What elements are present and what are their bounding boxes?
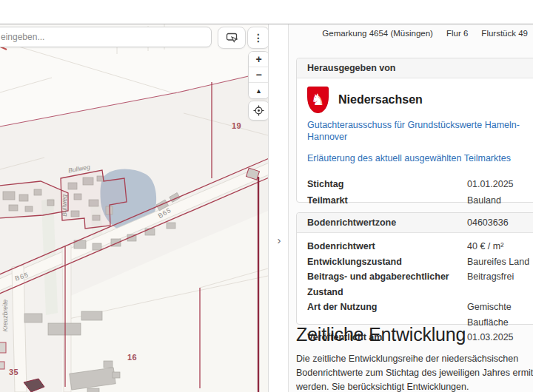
meta-row-stichtag: Stichtag 01.01.2025 [307, 176, 533, 192]
row-value: Beitragsfrei [467, 269, 514, 300]
gemarkung-label: Gemarkung 4654 (Müsingen) [322, 29, 433, 38]
panel-gutter: › [269, 24, 289, 392]
row-label: Stichtag [307, 176, 467, 192]
zone-row-entwicklungszustand: Entwicklungszustand Baureifes Land [307, 254, 533, 270]
publisher-card-header: Herausgegeben von [297, 58, 533, 78]
section-body-text: Die zeitliche Entwicklungsreihe der nied… [296, 352, 533, 392]
zone-card-header: Bodenrichtwertzone 04603636 [297, 213, 533, 233]
map-toolbar: ⋮ [0, 27, 268, 50]
search-input[interactable] [0, 27, 212, 47]
app-window: eld 19 16 35 B65 B65 Kreuzbreite Bullweg… [0, 0, 533, 392]
north-arrow-icon: ▲ [255, 87, 262, 95]
zoom-out-button[interactable]: − [249, 67, 269, 83]
top-strip [0, 0, 533, 24]
state-name: Niedersachsen [338, 93, 423, 107]
minus-icon: − [255, 69, 261, 81]
row-label: Bodenrichtwert [307, 239, 467, 254]
zone-card: Bodenrichtwertzone 04603636 Bodenrichtwe… [296, 212, 533, 325]
publisher-logo-row: ♞ Niedersachsen [307, 87, 533, 113]
zone-header-value: 04603636 [467, 217, 509, 228]
chevron-right-icon: › [278, 234, 281, 246]
overflow-menu-button[interactable]: ⋮ [247, 27, 269, 49]
map-select-button[interactable] [218, 27, 246, 49]
development-section: Zeitliche Entwicklung Die zeitliche Entw… [296, 324, 533, 392]
row-label: Beitrags- und abgaberechtlicher Zustand [307, 269, 467, 300]
crosshair-locate-icon [253, 105, 264, 116]
row-value: 01.01.2025 [467, 176, 514, 192]
flur-label: Flur 6 [446, 29, 468, 38]
zoom-in-button[interactable]: + [249, 52, 269, 67]
row-value: Baureifes Land [467, 254, 529, 270]
zone-row-bodenrichtwert: Bodenrichtwert 40 € / m² [307, 239, 533, 254]
zoom-control-group: + − ▲ [248, 51, 269, 99]
row-value: Bauland [467, 192, 501, 209]
publisher-card: Herausgegeben von ♞ Niedersachsen Gutach… [296, 58, 533, 203]
teilmarkt-explanation-link[interactable]: Erläuterung des aktuell ausgewählten Tei… [307, 152, 533, 164]
zone-header-label: Bodenrichtwertzone [307, 217, 467, 228]
section-title: Zeitliche Entwicklung [296, 324, 533, 345]
row-label: Entwicklungszustand [307, 254, 467, 270]
geolocate-button[interactable] [248, 101, 269, 121]
saxon-steed-horse-icon: ♞ [311, 92, 325, 107]
flurstueck-label: Flurstück 49 [481, 29, 528, 38]
row-label: Teilmarkt [307, 192, 467, 209]
zone-row-beitragszustand: Beitrags- und abgaberechtlicher Zustand … [307, 269, 533, 300]
select-parcel-icon [226, 33, 238, 44]
panel-expand-button[interactable]: › [273, 232, 285, 248]
selection-breadcrumb: Gemarkung 4654 (Müsingen) Flur 6 Flurstü… [322, 29, 528, 38]
row-value: 40 € / m² [467, 239, 503, 254]
reset-north-button[interactable]: ▲ [249, 83, 269, 98]
map-area[interactable]: eld 19 16 35 B65 B65 Kreuzbreite Bullweg… [0, 24, 269, 392]
publisher-meta-rows: Stichtag 01.01.2025 Teilmarkt Bauland [307, 176, 533, 209]
info-panel: Gemarkung 4654 (Müsingen) Flur 6 Flurstü… [289, 24, 533, 392]
plus-icon: + [255, 53, 261, 65]
committee-link[interactable]: Gutachterausschuss für Grundstückswerte … [307, 119, 533, 143]
kebab-menu-icon: ⋮ [253, 32, 264, 44]
meta-row-teilmarkt: Teilmarkt Bauland [307, 192, 533, 209]
niedersachsen-coat-of-arms-icon: ♞ [307, 87, 329, 113]
map-canvas[interactable] [0, 24, 268, 392]
